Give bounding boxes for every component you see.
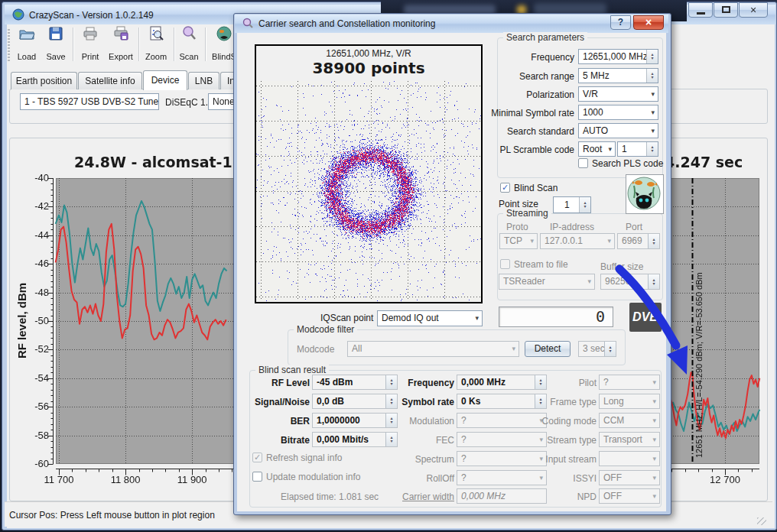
spinner-buttons[interactable]: ▴▾ <box>646 142 658 156</box>
chevron-down-icon: ▾ <box>652 378 656 387</box>
modulation-field[interactable]: ?▾ <box>457 413 547 428</box>
polarization-select[interactable]: V/R▾ <box>578 86 658 102</box>
port-input[interactable]: 6969▴▾ <box>617 233 660 249</box>
fec-field[interactable]: ?▾ <box>457 432 547 447</box>
buffer-size-input[interactable]: 96256▴▾ <box>600 274 660 290</box>
pl-scramble-mode-select[interactable]: Root▾ <box>578 141 616 157</box>
spinner-buttons[interactable]: ▴▾ <box>646 50 658 63</box>
proto-select[interactable]: TCP▾ <box>499 233 538 249</box>
spectrum-field[interactable]: ?▾ <box>457 451 547 466</box>
print-button[interactable]: Print <box>76 25 105 63</box>
ip-address-select[interactable]: 127.0.0.1▾ <box>540 233 615 249</box>
detect-interval-input[interactable]: 3 sec▴▾ <box>578 341 616 357</box>
streaming-title: Streaming <box>503 208 551 219</box>
tab-device[interactable]: Device <box>143 70 187 90</box>
min-symbol-rate-select[interactable]: 1000▾ <box>578 105 658 120</box>
frequency-input[interactable]: 12651,000 MHz▴▾ <box>578 49 658 64</box>
rf-level-label: RF Level <box>271 378 310 388</box>
help-button[interactable]: ? <box>610 15 631 30</box>
spinner-buttons[interactable]: ▴▾ <box>535 375 546 389</box>
detect-button[interactable]: Detect <box>525 341 571 357</box>
symbol-rate-field[interactable]: 0 Ks▴▾ <box>457 394 547 409</box>
result-frequency-field[interactable]: 0,000 MHz▴▾ <box>457 375 547 390</box>
scan-button[interactable]: Scan <box>174 25 203 63</box>
chevron-down-icon: ▾ <box>652 435 656 444</box>
pilot-field[interactable]: ?▾ <box>599 375 660 390</box>
frame-type-field[interactable]: Long▾ <box>599 394 660 409</box>
signal-noise-field[interactable]: 0,0 dB▴▾ <box>312 394 398 409</box>
dialog-close-button[interactable]: × <box>633 15 664 30</box>
status-text: Cursor Pos: Press Left mouse button in p… <box>9 510 215 521</box>
issyi-field[interactable]: OFF▾ <box>599 470 660 485</box>
toolbar-grip[interactable] <box>8 29 10 61</box>
search-range-label: Search range <box>519 71 574 82</box>
reader-select[interactable]: TSReader▾ <box>499 274 595 290</box>
input-stream-field[interactable]: ▾ <box>599 451 660 466</box>
chevron-down-icon: ▾ <box>608 144 612 154</box>
dialog-title-bar: Carrier search and Constellation monitor… <box>235 15 668 33</box>
load-button[interactable]: Load <box>12 25 41 63</box>
ber-field[interactable]: 1,0000000▴▾ <box>312 413 398 428</box>
detect-interval-value: 3 sec <box>583 343 605 354</box>
export-button[interactable]: Export <box>105 25 137 63</box>
chevron-down-icon: ▾ <box>651 89 655 99</box>
minimize-button[interactable] <box>688 2 713 18</box>
maximize-button[interactable] <box>714 2 738 18</box>
dvb-logo: DVB <box>629 303 662 332</box>
spinner-buttons[interactable]: ▴▾ <box>385 375 397 389</box>
spinner-buttons[interactable]: ▴▾ <box>604 342 616 356</box>
zoom-button[interactable]: Zoom <box>141 25 171 63</box>
tab-satellite-info[interactable]: Satellite info <box>78 72 142 89</box>
spinner-buttons[interactable]: ▴▾ <box>385 433 397 446</box>
tuner-select[interactable]: 1 - TBS 5927 USB DVB-S2 Tuner <box>20 93 159 110</box>
close-button[interactable]: × <box>739 2 768 18</box>
resize-grip[interactable] <box>757 517 766 525</box>
refresh-signal-checkbox[interactable]: ✓ <box>252 453 262 462</box>
chevron-down-icon: ▾ <box>652 491 656 501</box>
spinner-buttons[interactable]: ▴▾ <box>646 69 658 83</box>
y-tick-label: -46 <box>23 258 49 269</box>
npd-label: NPD <box>577 491 597 502</box>
npd-field[interactable]: OFF▾ <box>599 488 660 504</box>
spinner-buttons[interactable]: ▴▾ <box>385 394 397 408</box>
tab-earth-position[interactable]: Earth position <box>11 72 77 89</box>
stream-to-file-checkbox[interactable] <box>500 259 510 269</box>
carrier-width-link[interactable]: Carrier width <box>402 491 454 502</box>
pl-scramble-code-input[interactable]: 1▴▾ <box>617 141 658 157</box>
print-label: Print <box>76 52 105 61</box>
chevron-down-icon: ▾ <box>539 435 543 444</box>
rolloff-field[interactable]: ?▾ <box>457 470 547 485</box>
spinner-buttons[interactable]: ▴▾ <box>648 234 659 248</box>
blind-scan-checkbox[interactable]: ✓ <box>500 183 510 193</box>
search-pls-checkbox[interactable] <box>578 158 588 168</box>
close-icon: × <box>750 4 756 16</box>
zoom-page-icon <box>148 25 164 42</box>
y-tick-label: -54 <box>23 372 49 384</box>
search-standard-select[interactable]: AUTO▾ <box>578 123 658 138</box>
constellation-header: 12651,000 MHz, V/R <box>255 48 483 59</box>
spinner-buttons[interactable]: ▴▾ <box>385 414 397 427</box>
update-modulation-checkbox[interactable] <box>252 472 262 482</box>
tab-lnb[interactable]: LNB <box>188 72 219 89</box>
proto-label: Proto <box>506 222 528 232</box>
bitrate-field[interactable]: 0,000 Mbit/s▴▾ <box>312 432 398 447</box>
iqscan-point-select[interactable]: Demod IQ out▾ <box>377 310 483 326</box>
y-tick-label: -48 <box>23 287 49 298</box>
search-range-input[interactable]: 5 MHz▴▾ <box>578 68 658 83</box>
y-tick-label: -44 <box>23 229 49 241</box>
y-tick-label: -58 <box>23 430 49 441</box>
stream-type-field[interactable]: Transport▾ <box>599 432 660 447</box>
spinner-buttons[interactable]: ▴▾ <box>648 274 659 289</box>
spinner-buttons[interactable]: ▴▾ <box>535 394 546 408</box>
point-size-input[interactable]: 1▴▾ <box>553 196 591 213</box>
save-button[interactable]: Save <box>41 25 70 63</box>
search-standard-label: Search standard <box>507 126 574 137</box>
result-frequency-label: Frequency <box>408 378 454 388</box>
export-label: Export <box>105 52 137 61</box>
rf-level-field[interactable]: -45 dBm▴▾ <box>312 375 398 390</box>
symbol-rate-value: 0 Ks <box>461 396 480 407</box>
spinner-buttons[interactable]: ▴▾ <box>579 197 590 212</box>
coding-mode-label: Coding mode <box>542 416 597 427</box>
modcode-select[interactable]: All▾ <box>347 341 519 357</box>
coding-mode-field[interactable]: CCM▾ <box>599 413 660 428</box>
